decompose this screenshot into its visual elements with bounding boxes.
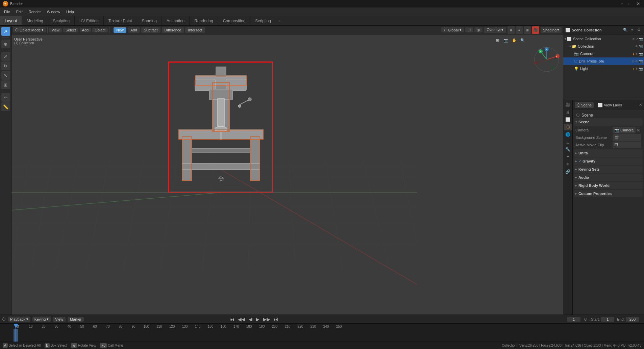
light-render-icon[interactable]: 📷	[639, 67, 643, 71]
op-intersect-btn[interactable]: Intersect	[185, 27, 205, 33]
gravity-section-header[interactable]: ▸ ✓ Gravity	[574, 157, 643, 165]
scale-tool-btn[interactable]: ⤡	[1, 71, 10, 80]
annotate-tool-btn[interactable]: ✏	[1, 93, 10, 102]
transform-tool-btn[interactable]: ⊞	[1, 80, 10, 89]
cam-vis-icon[interactable]: 👁	[635, 52, 638, 56]
minimize-btn[interactable]: −	[620, 1, 625, 6]
outliner-collection[interactable]: ▾ 📁 Collection 👁 📷	[563, 43, 644, 50]
prop-header-close-btn[interactable]: ✕	[639, 103, 642, 107]
menu-render[interactable]: Render	[26, 9, 44, 15]
timeline-icon[interactable]: ⏱	[2, 317, 6, 322]
tab-sculpting[interactable]: Sculpting	[48, 16, 75, 25]
close-btn[interactable]: ✕	[635, 1, 641, 6]
timeline-body[interactable]: 0 10 20 30 40 50 60 70 80 90 100 110 120…	[0, 324, 644, 342]
render-icon[interactable]: 📷	[639, 37, 643, 41]
tab-compositing[interactable]: Compositing	[218, 16, 251, 25]
custom-props-section-header[interactable]: ▸ Custom Properties	[574, 190, 643, 197]
timeline-view-btn[interactable]: View	[53, 317, 66, 322]
measure-tool-btn[interactable]: 📏	[1, 102, 10, 111]
rendered-shading-btn[interactable]: ◉	[524, 26, 531, 34]
material-shading-btn[interactable]: ●	[516, 26, 523, 34]
pb-start-btn[interactable]: ⏮	[229, 317, 236, 322]
nav-grid-btn[interactable]: ⊞	[494, 36, 501, 44]
ph-tab-scene[interactable]: ⬡ Scene	[575, 102, 594, 108]
ph-tab-view-layer[interactable]: ⬜ View Layer	[596, 102, 624, 108]
dp-render-icon[interactable]: 📷	[639, 59, 643, 63]
cam-dot[interactable]: ●	[633, 52, 635, 56]
op-new-btn[interactable]: New	[114, 27, 126, 33]
tab-layout[interactable]: Layout	[0, 16, 22, 25]
prop-tab-constraints[interactable]: 🔗	[564, 168, 572, 175]
tab-animation[interactable]: Animation	[162, 16, 190, 25]
prop-tab-world[interactable]: 🌐	[564, 131, 572, 138]
pb-back-key-btn[interactable]: ◀◀	[237, 317, 246, 322]
keying-sets-section-header[interactable]: ▸ Keying Sets	[574, 166, 643, 173]
pb-end-btn[interactable]: ⏭	[273, 317, 279, 322]
add-menu-btn[interactable]: Add	[80, 28, 91, 32]
menu-help[interactable]: Help	[64, 9, 77, 15]
menu-file[interactable]: File	[1, 9, 13, 15]
outliner-sort-btn[interactable]: ≡	[629, 27, 635, 33]
rigid-body-section-header[interactable]: ▸ Rigid Body World	[574, 182, 643, 189]
pb-next-frame-btn[interactable]: ▶▶	[262, 317, 271, 322]
maximize-btn[interactable]: □	[627, 1, 633, 6]
playhead[interactable]	[16, 324, 16, 342]
op-difference-btn[interactable]: Difference	[162, 27, 184, 33]
nav-hand-btn[interactable]: ✋	[511, 36, 518, 44]
units-section-header[interactable]: ▸ Units	[574, 149, 643, 157]
menu-window[interactable]: Window	[44, 9, 63, 15]
camera-view-btn[interactable]: 🎥	[532, 26, 539, 34]
op-subtract-btn[interactable]: Subtract	[141, 27, 160, 33]
timeline-marker-btn[interactable]: Marker	[68, 317, 84, 322]
op-add-btn[interactable]: Add	[128, 27, 140, 33]
tab-shading[interactable]: Shading	[137, 16, 162, 25]
mode-select-btn[interactable]: ⬡ Object Mode ▾	[13, 27, 46, 32]
end-frame-input[interactable]	[626, 317, 639, 322]
scene-section-header[interactable]: ▾ Scene	[574, 118, 643, 126]
cam-render-icon[interactable]: 📷	[639, 52, 643, 56]
pb-prev-frame-btn[interactable]: ◀	[248, 317, 253, 322]
col-vis-icon[interactable]: 👁	[635, 45, 638, 48]
cursor-tool-btn[interactable]: ⊕	[1, 40, 10, 48]
tab-uv-editing[interactable]: UV Editing	[75, 16, 104, 25]
outliner-settings-btn[interactable]: ⚙	[636, 27, 642, 33]
col-render-icon[interactable]: 📷	[639, 45, 643, 48]
select-menu-btn[interactable]: Select	[63, 28, 78, 32]
object-menu-btn[interactable]: Object	[92, 28, 108, 32]
vis-icon[interactable]: 👁	[632, 37, 635, 41]
dp-vis-icon[interactable]: 👁	[635, 59, 638, 63]
pivot-btn[interactable]: ⊙ Global ▾	[441, 27, 464, 32]
playback-dropdown[interactable]: Playback ▾	[8, 317, 30, 322]
start-frame-input[interactable]	[601, 317, 614, 322]
solid-shading-btn[interactable]: ■	[507, 26, 515, 34]
proportional-btn[interactable]: ◎	[474, 27, 482, 32]
viewport-canvas[interactable]: User Perspective (1) Collection ⊞ 📷 ✋ 🔍	[11, 34, 563, 315]
tab-texture-paint[interactable]: Texture Paint	[104, 16, 137, 25]
prop-tab-object[interactable]: ◻	[564, 139, 572, 145]
bg-scene-value[interactable]: 🎬	[613, 134, 641, 141]
add-workspace-btn[interactable]: +	[276, 16, 283, 25]
prop-tab-modifier[interactable]: 🔧	[564, 146, 572, 153]
outliner-scene-collection[interactable]: ▾ ⬜ Scene Collection 👁 ↗ 📷	[563, 35, 644, 43]
dp-modifier-icon[interactable]: ⚙	[631, 59, 635, 63]
outliner-light[interactable]: 💡 Light ● 👁 📷	[563, 65, 644, 72]
rotate-tool-btn[interactable]: ↻	[1, 61, 10, 70]
tab-modeling[interactable]: Modeling	[22, 16, 48, 25]
prop-tab-view[interactable]: ⬜	[564, 116, 572, 123]
select-tool-btn[interactable]: ↗	[1, 27, 10, 36]
snap-btn[interactable]: ⊞	[465, 27, 473, 32]
overlays-btn[interactable]: Overlays▾	[484, 27, 506, 33]
outliner-camera[interactable]: 📷 Camera ● 👁 📷	[563, 50, 644, 57]
pb-play-btn[interactable]: ▶	[255, 317, 261, 322]
light-dot[interactable]: ●	[633, 67, 635, 71]
light-vis-icon[interactable]: 👁	[635, 67, 638, 71]
current-frame-input[interactable]	[567, 317, 580, 322]
prop-tab-render[interactable]: 🎥	[564, 101, 572, 108]
prop-tab-scene[interactable]: ⬡	[564, 124, 572, 130]
tab-scripting[interactable]: Scripting	[250, 16, 276, 25]
audio-section-header[interactable]: ▸ Audio	[574, 174, 643, 181]
shading-dropdown-btn[interactable]: Shading▾	[541, 27, 562, 33]
prop-tab-output[interactable]: 🖨	[564, 109, 572, 116]
outliner-filter-btn[interactable]: 🔍	[622, 27, 628, 33]
camera-prop-value[interactable]: 📷 Camera	[613, 127, 636, 133]
